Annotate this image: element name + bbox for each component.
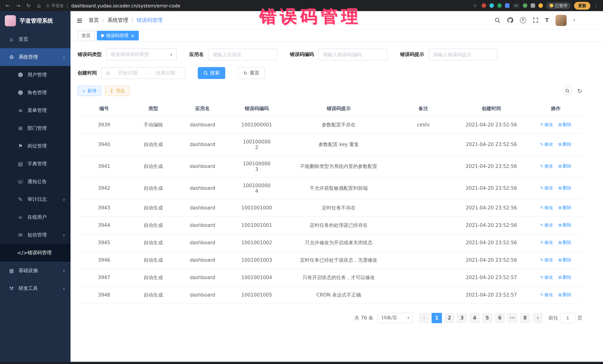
sidebar-item-online-users[interactable]: ∞ 在线用户 <box>0 208 70 226</box>
delete-link[interactable]: ⊠删除 <box>558 185 571 190</box>
paused-badge[interactable]: 已暂停 <box>546 2 571 9</box>
sidebar-item-system-management[interactable]: ⚙ 系统管理 ∧ <box>0 48 70 66</box>
tab-close-icon[interactable]: × <box>131 33 135 38</box>
help-icon[interactable]: ? <box>520 17 526 23</box>
tab-error-code-management[interactable]: 错误码管理 × <box>97 31 139 40</box>
update-button[interactable]: 更新 <box>574 2 590 10</box>
user-avatar[interactable] <box>556 15 567 26</box>
page-button-4[interactable]: 4 <box>469 313 480 323</box>
reload-icon[interactable]: ↻ <box>25 3 32 9</box>
prev-page-button[interactable]: ‹ <box>419 313 429 323</box>
page-button-5[interactable]: 5 <box>482 313 492 323</box>
page-size-select[interactable]: 10条/页 ▾ <box>378 313 413 323</box>
delete-link[interactable]: ⊠删除 <box>558 257 571 263</box>
delete-link[interactable]: ⊠删除 <box>558 142 571 147</box>
search-icon <box>203 71 208 75</box>
search-button[interactable]: 搜索 <box>198 67 225 79</box>
delete-link[interactable]: ⊠删除 <box>558 164 571 169</box>
edit-link[interactable]: ✎修改 <box>540 222 553 228</box>
error-code-type-select[interactable]: 请选择错误码类型 ▾ <box>106 49 177 60</box>
refresh-table-icon[interactable]: ↻ <box>577 87 582 94</box>
avatar-caret-icon[interactable]: ▾ <box>573 18 575 22</box>
search-icon[interactable] <box>494 17 500 23</box>
kebab-menu-icon[interactable]: ⋮ <box>594 3 599 8</box>
filter-label: 应用名 <box>189 51 204 58</box>
reset-button[interactable]: ↻ 重置 <box>238 67 265 79</box>
cell-actions: ✎修改 ⊠删除 <box>529 116 582 133</box>
cell-app: dashboard <box>176 155 229 177</box>
delete-link[interactable]: ⊠删除 <box>558 222 571 228</box>
edit-link[interactable]: ✎修改 <box>540 205 553 210</box>
sidebar-item-audit-log[interactable]: ✎ 审计日志 ∨ <box>0 190 70 208</box>
cell-hint: 只允许修改为开启或者关闭状态 <box>284 234 393 251</box>
toggle-search-icon[interactable] <box>562 86 572 96</box>
delete-label: 删除 <box>563 240 571 245</box>
date-range-picker[interactable]: ⊞ 开始日期 - 结束日期 <box>101 67 185 79</box>
github-icon[interactable] <box>507 17 513 23</box>
more-pages-button[interactable]: ··· <box>507 313 518 323</box>
sidebar-item-sms-management[interactable]: ✉ 短信管理 ∨ <box>0 226 70 244</box>
extension-leaf-icon[interactable] <box>523 3 527 8</box>
sidebar-item-user-management[interactable]: ☻ 用户管理 <box>0 66 70 84</box>
app-logo[interactable]: 芋道管理系统 <box>0 11 70 30</box>
sidebar-item-role-management[interactable]: ☻ 角色管理 <box>0 84 70 101</box>
edit-link[interactable]: ✎修改 <box>540 185 553 190</box>
sidebar-item-menu-management[interactable]: ≡ 菜单管理 <box>0 101 70 119</box>
edit-link[interactable]: ✎修改 <box>540 142 553 147</box>
sidebar-item-label: 菜单管理 <box>27 107 47 114</box>
delete-link[interactable]: ⊠删除 <box>558 205 571 210</box>
sidebar-item-error-code-management[interactable]: </> 错误码管理 <box>0 244 70 262</box>
delete-link[interactable]: ⊠删除 <box>558 240 571 245</box>
hamburger-icon[interactable]: ≡ <box>76 16 83 25</box>
pagination: 共 76 条 10条/页 ▾ ‹ 1 2 3 4 5 6 ··· 8 › 前往 … <box>78 313 582 323</box>
sidebar-item-notice[interactable]: ☏ 通知公告 <box>0 173 70 190</box>
extensions-puzzle-icon[interactable] <box>531 3 535 8</box>
edit-link[interactable]: ✎修改 <box>540 240 553 245</box>
browser-home-icon[interactable]: ⌂ <box>36 3 42 9</box>
delete-link[interactable]: ⊠删除 <box>558 122 571 127</box>
delete-link[interactable]: ⊠删除 <box>558 292 571 297</box>
export-button[interactable]: ↧ 导出 <box>105 86 130 96</box>
page-button-6[interactable]: 6 <box>495 313 505 323</box>
app-name-input[interactable] <box>208 49 277 60</box>
edit-link[interactable]: ✎修改 <box>540 164 553 169</box>
add-button[interactable]: + 新增 <box>78 86 101 96</box>
delete-icon: ⊠ <box>558 258 562 263</box>
font-size-icon[interactable]: T <box>545 17 549 23</box>
breadcrumb-system[interactable]: 系统管理 <box>107 17 128 23</box>
edit-link[interactable]: ✎修改 <box>540 122 553 127</box>
browser-profile-avatar[interactable] <box>538 3 543 8</box>
address-bar[interactable]: ⚠ 不安全 | dashboard.yudao.iocoder.cn/syste… <box>46 3 468 8</box>
delete-link[interactable]: ⊠删除 <box>558 275 571 280</box>
extension-on-badge-icon[interactable]: on <box>513 3 520 8</box>
tab-home[interactable]: 首页 <box>78 31 95 40</box>
sidebar-item-dept-management[interactable]: ⊞ 部门管理 <box>0 119 70 137</box>
extension-green-icon[interactable] <box>497 3 502 8</box>
forward-icon[interactable]: → <box>15 3 22 9</box>
sidebar-item-infrastructure[interactable]: ▦ 基础设施 ∨ <box>0 262 70 279</box>
sidebar-item-dict-management[interactable]: ▤ 字典管理 <box>0 155 70 173</box>
error-code-input[interactable] <box>318 49 387 60</box>
bookmark-star-icon[interactable]: ☆ <box>472 3 478 9</box>
breadcrumb-home[interactable]: 首页 <box>89 17 99 23</box>
edit-link[interactable]: ✎修改 <box>540 292 553 297</box>
end-date-placeholder: 结束日期 <box>150 70 181 76</box>
back-icon[interactable]: ← <box>4 3 11 9</box>
page-button-2[interactable]: 2 <box>444 313 454 323</box>
fullscreen-icon[interactable] <box>533 17 538 23</box>
page-button-1[interactable]: 1 <box>431 313 442 323</box>
sidebar-item-dev-tools[interactable]: ⚒ 研发工具 ∨ <box>0 279 70 297</box>
edit-link[interactable]: ✎修改 <box>540 275 553 280</box>
page-button-8[interactable]: 8 <box>520 313 530 323</box>
security-status[interactable]: ⚠ 不安全 <box>46 3 64 8</box>
next-page-button[interactable]: › <box>533 313 543 323</box>
goto-page-input[interactable] <box>560 313 575 323</box>
error-hint-input[interactable] <box>429 49 498 60</box>
sidebar-item-post-management[interactable]: ⚑ 岗位管理 <box>0 137 70 155</box>
extension-teal-icon[interactable] <box>489 3 494 8</box>
page-button-3[interactable]: 3 <box>457 313 467 323</box>
edit-link[interactable]: ✎修改 <box>540 257 553 263</box>
extension-blue-icon[interactable] <box>505 3 510 8</box>
sidebar-item-home[interactable]: ⌂ 首页 <box>0 30 70 48</box>
extension-red-icon[interactable] <box>482 3 486 8</box>
